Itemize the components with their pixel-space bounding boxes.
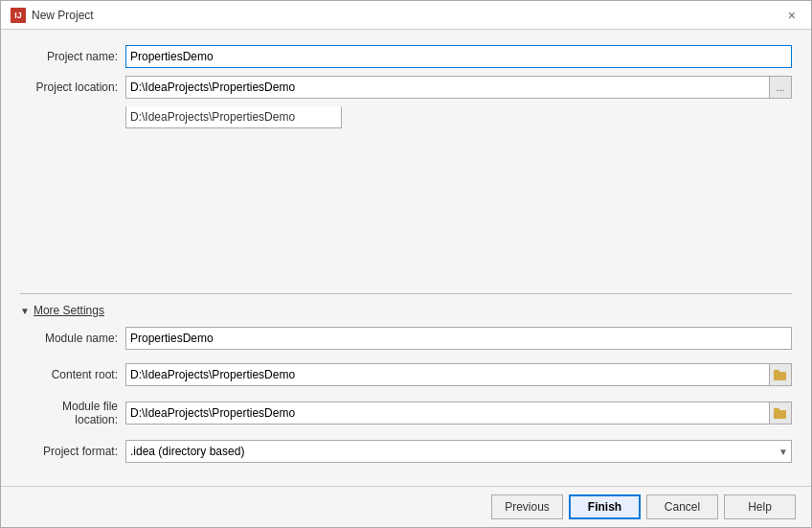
svg-rect-0 bbox=[774, 372, 786, 380]
titlebar-left: IJ New Project bbox=[11, 8, 94, 23]
help-button[interactable]: Help bbox=[724, 494, 796, 519]
autocomplete-item[interactable]: D:\IdeaProjects\PropertiesDemo bbox=[126, 108, 341, 126]
module-name-row: Module name: bbox=[20, 327, 792, 350]
module-file-label: Module file location: bbox=[20, 400, 125, 426]
project-format-select[interactable]: .idea (directory based) .ipr (file based… bbox=[125, 440, 792, 463]
module-file-input[interactable] bbox=[125, 402, 769, 425]
module-file-row: Module file location: bbox=[20, 400, 792, 426]
app-icon: IJ bbox=[11, 8, 26, 23]
dialog-content: Project name: Project location: ... D:\I… bbox=[1, 30, 811, 486]
project-location-label: Project location: bbox=[20, 80, 125, 94]
svg-rect-3 bbox=[774, 408, 779, 411]
svg-rect-1 bbox=[774, 370, 779, 373]
project-location-input[interactable] bbox=[125, 76, 769, 99]
titlebar: IJ New Project × bbox=[1, 1, 811, 30]
svg-rect-2 bbox=[774, 410, 786, 419]
project-name-input[interactable] bbox=[125, 45, 792, 68]
new-project-dialog: IJ New Project × Project name: Project l… bbox=[0, 0, 812, 528]
spacer bbox=[20, 128, 792, 289]
project-format-row: Project format: .idea (directory based) … bbox=[20, 440, 792, 463]
project-name-label: Project name: bbox=[20, 50, 125, 63]
cancel-button[interactable]: Cancel bbox=[646, 494, 718, 519]
dialog-title: New Project bbox=[32, 9, 94, 22]
folder-icon bbox=[774, 407, 787, 419]
project-format-select-wrapper: .idea (directory based) .ipr (file based… bbox=[125, 440, 792, 463]
project-location-field: ... bbox=[125, 76, 792, 99]
module-file-field bbox=[125, 402, 792, 425]
browse-button[interactable]: ... bbox=[769, 76, 792, 99]
content-root-input[interactable] bbox=[125, 363, 769, 386]
content-root-row: Content root: bbox=[20, 363, 792, 386]
folder-icon bbox=[774, 369, 787, 380]
finish-button[interactable]: Finish bbox=[569, 494, 641, 519]
close-button[interactable]: × bbox=[782, 7, 801, 24]
more-settings-section: ▼ More Settings Module name: Content roo… bbox=[20, 293, 792, 471]
project-name-row: Project name: bbox=[20, 45, 792, 68]
content-root-browse-button[interactable] bbox=[769, 363, 792, 386]
more-settings-toggle[interactable]: ▼ More Settings bbox=[20, 304, 792, 317]
chevron-down-icon: ▼ bbox=[20, 306, 30, 316]
content-root-label: Content root: bbox=[20, 368, 125, 381]
more-settings-fields: Module name: Content root: bbox=[20, 327, 792, 471]
autocomplete-dropdown: D:\IdeaProjects\PropertiesDemo bbox=[125, 106, 342, 128]
module-name-label: Module name: bbox=[20, 332, 125, 345]
more-settings-label: More Settings bbox=[34, 304, 104, 317]
project-format-label: Project format: bbox=[20, 445, 125, 458]
content-root-field bbox=[125, 363, 792, 386]
previous-button[interactable]: Previous bbox=[491, 494, 563, 519]
module-file-browse-button[interactable] bbox=[769, 402, 792, 425]
project-location-row: Project location: ... bbox=[20, 76, 792, 99]
module-name-input[interactable] bbox=[125, 327, 792, 350]
footer: Previous Finish Cancel Help bbox=[1, 486, 811, 527]
